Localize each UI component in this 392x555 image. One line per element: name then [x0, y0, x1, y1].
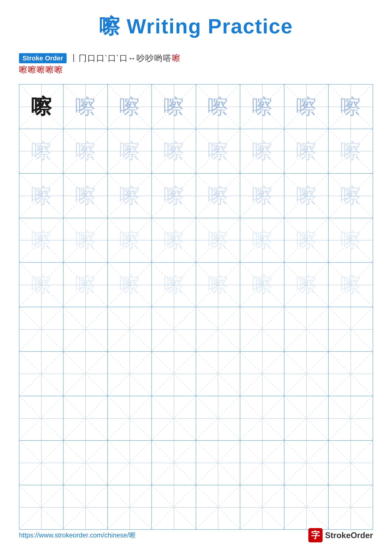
grid-cell-9-6[interactable] [240, 441, 284, 485]
grid-cell-1-5[interactable]: 嚓 [196, 85, 240, 129]
grid-cell-3-1[interactable]: 嚓 [19, 174, 64, 218]
grid-cell-2-4[interactable]: 嚓 [152, 129, 196, 173]
grid-cell-5-2[interactable]: 嚓 [64, 263, 107, 307]
stroke-chars-row2: 嚓 嚓 嚓 嚓 嚓 [19, 65, 63, 75]
stroke-char-1: 丨 [70, 53, 78, 63]
cell-char-5-6: 嚓 [252, 275, 272, 295]
grid-cell-2-7[interactable]: 嚓 [284, 129, 328, 173]
cell-char-5-7: 嚓 [296, 275, 317, 295]
grid-cell-5-3[interactable]: 嚓 [108, 263, 152, 307]
grid-cell-2-2[interactable]: 嚓 [64, 129, 107, 173]
grid-cell-9-7[interactable] [284, 441, 328, 485]
grid-cell-8-1[interactable] [19, 396, 64, 440]
grid-cell-9-3[interactable] [108, 441, 152, 485]
grid-cell-9-4[interactable] [152, 441, 196, 485]
cell-char-1-3: 嚓 [119, 96, 140, 117]
svg-line-122 [240, 396, 284, 440]
title-text: Writing Practice [120, 15, 293, 38]
grid-cell-1-3[interactable]: 嚓 [108, 85, 152, 129]
cell-char-2-3: 嚓 [119, 141, 140, 161]
grid-cell-2-1[interactable]: 嚓 [19, 129, 64, 173]
grid-cell-3-7[interactable]: 嚓 [284, 174, 328, 218]
grid-cell-3-6[interactable]: 嚓 [240, 174, 284, 218]
grid-cell-4-1[interactable]: 嚓 [19, 218, 64, 262]
grid-cell-3-3[interactable]: 嚓 [108, 174, 152, 218]
stroke-char-7: 吵 [136, 53, 145, 63]
grid-cell-1-8[interactable]: 嚓 [328, 85, 373, 129]
grid-cell-6-8[interactable] [328, 307, 373, 351]
grid-cell-1-7[interactable]: 嚓 [284, 85, 328, 129]
grid-cell-7-6[interactable] [240, 352, 284, 396]
grid-cell-7-5[interactable] [196, 352, 240, 396]
grid-cell-8-5[interactable] [196, 396, 240, 440]
grid-cell-3-5[interactable]: 嚓 [196, 174, 240, 218]
grid-cell-6-7[interactable] [284, 307, 328, 351]
grid-cell-5-8[interactable]: 嚓 [328, 263, 373, 307]
grid-cell-2-5[interactable]: 嚓 [196, 129, 240, 173]
grid-cell-4-7[interactable]: 嚓 [284, 218, 328, 262]
grid-cell-6-6[interactable] [240, 307, 284, 351]
grid-cell-4-6[interactable]: 嚓 [240, 218, 284, 262]
grid-cell-1-6[interactable]: 嚓 [240, 85, 284, 129]
cell-char-2-7: 嚓 [296, 141, 317, 161]
grid-cell-7-7[interactable] [284, 352, 328, 396]
svg-line-90 [240, 307, 284, 351]
grid-cell-5-5[interactable]: 嚓 [196, 263, 240, 307]
grid-cell-7-8[interactable] [328, 352, 373, 396]
grid-cell-9-5[interactable] [196, 441, 240, 485]
svg-line-88 [196, 307, 240, 351]
grid-cell-10-7[interactable] [284, 485, 328, 529]
grid-cell-6-2[interactable] [64, 307, 107, 351]
grid-cell-8-6[interactable] [240, 396, 284, 440]
grid-cell-10-3[interactable] [108, 485, 152, 529]
grid-cell-6-5[interactable] [196, 307, 240, 351]
footer-url[interactable]: https://www.strokeorder.com/chinese/嚓 [19, 531, 136, 540]
grid-cell-8-4[interactable] [152, 396, 196, 440]
grid-cell-1-4[interactable]: 嚓 [152, 85, 196, 129]
cell-char-1-1: 嚓 [31, 96, 51, 117]
grid-cell-5-1[interactable]: 嚓 [19, 263, 64, 307]
grid-cell-5-6[interactable]: 嚓 [240, 263, 284, 307]
grid-cell-3-4[interactable]: 嚓 [152, 174, 196, 218]
grid-cell-1-2[interactable]: 嚓 [64, 85, 107, 129]
grid-cell-5-7[interactable]: 嚓 [284, 263, 328, 307]
grid-cell-9-8[interactable] [328, 441, 373, 485]
svg-line-159 [328, 485, 373, 529]
grid-cell-10-4[interactable] [152, 485, 196, 529]
grid-cell-10-2[interactable] [64, 485, 107, 529]
grid-cell-6-4[interactable] [152, 307, 196, 351]
grid-cell-8-3[interactable] [108, 396, 152, 440]
grid-cell-6-1[interactable] [19, 307, 64, 351]
grid-cell-7-1[interactable] [19, 352, 64, 396]
grid-row-6 [19, 307, 373, 351]
grid-cell-5-4[interactable]: 嚓 [152, 263, 196, 307]
grid-cell-9-1[interactable] [19, 441, 64, 485]
grid-cell-8-7[interactable] [284, 396, 328, 440]
svg-line-119 [152, 396, 196, 440]
grid-cell-8-2[interactable] [64, 396, 107, 440]
cell-char-3-7: 嚓 [296, 185, 317, 206]
grid-cell-6-3[interactable] [108, 307, 152, 351]
grid-cell-8-8[interactable] [328, 396, 373, 440]
svg-line-108 [284, 352, 328, 395]
grid-cell-4-5[interactable]: 嚓 [196, 218, 240, 262]
stroke-char-5: 口` [108, 53, 119, 63]
grid-cell-3-2[interactable]: 嚓 [64, 174, 107, 218]
grid-cell-4-8[interactable]: 嚓 [328, 218, 373, 262]
grid-cell-10-6[interactable] [240, 485, 284, 529]
grid-cell-7-3[interactable] [108, 352, 152, 396]
grid-cell-7-2[interactable] [64, 352, 107, 396]
grid-cell-2-8[interactable]: 嚓 [328, 129, 373, 173]
grid-cell-4-3[interactable]: 嚓 [108, 218, 152, 262]
grid-cell-4-2[interactable]: 嚓 [64, 218, 107, 262]
grid-cell-10-5[interactable] [196, 485, 240, 529]
grid-cell-4-4[interactable]: 嚓 [152, 218, 196, 262]
grid-cell-9-2[interactable] [64, 441, 107, 485]
grid-cell-3-8[interactable]: 嚓 [328, 174, 373, 218]
grid-cell-7-4[interactable] [152, 352, 196, 396]
grid-cell-10-1[interactable] [19, 485, 64, 529]
grid-cell-2-6[interactable]: 嚓 [240, 129, 284, 173]
grid-cell-10-8[interactable] [328, 485, 373, 529]
grid-cell-1-1[interactable]: 嚓 [19, 85, 64, 129]
grid-cell-2-3[interactable]: 嚓 [108, 129, 152, 173]
